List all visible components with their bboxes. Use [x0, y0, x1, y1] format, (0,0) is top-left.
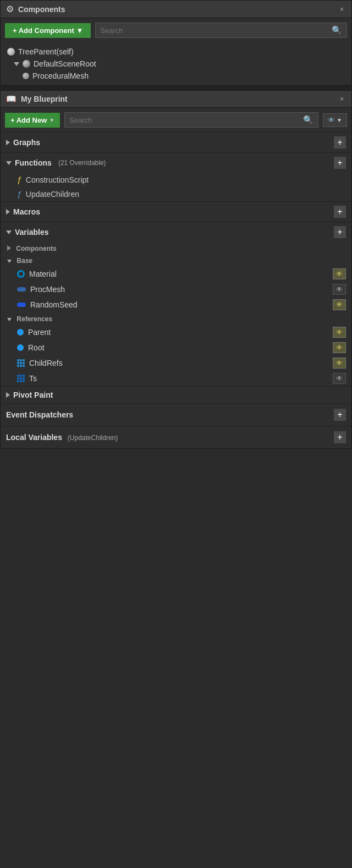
defaultsceneroot-expand-icon [14, 62, 19, 66]
panel-divider [0, 86, 352, 90]
my-blueprint-close-button[interactable]: × [338, 95, 346, 103]
childrefs-type-icon [17, 359, 25, 367]
treeparent-label: TreeParent(self) [18, 47, 74, 56]
graphs-add-button[interactable]: + [334, 136, 346, 149]
treeparent-sphere-icon [7, 48, 15, 56]
components-search-box: 🔍 [95, 23, 347, 38]
ts-label: Ts [29, 374, 37, 383]
var-category-components-label: Components [16, 245, 56, 252]
section-variables[interactable]: Variables + [1, 222, 351, 242]
graphs-label: Graphs [13, 138, 40, 147]
root-label: Root [28, 343, 45, 352]
add-new-label: + Add New [10, 116, 47, 124]
blueprint-eye-button[interactable]: 👁 ▼ [323, 113, 347, 127]
var-item-childrefs[interactable]: ChildRefs 👁 [1, 355, 351, 371]
variables-expand-icon [6, 230, 12, 234]
my-blueprint-panel-header: 📖 My Blueprint × [1, 91, 351, 108]
section-graphs[interactable]: Graphs + [1, 132, 351, 152]
var-category-base-label: Base [16, 257, 32, 265]
blueprint-search-input[interactable] [69, 116, 300, 124]
procmesh-type-icon [17, 287, 26, 292]
add-component-button[interactable]: + Add Component ▼ [5, 23, 91, 38]
section-functions[interactable]: Functions (21 Overridable) + [1, 152, 351, 173]
construction-script-label: ConstructionScript [26, 175, 89, 184]
parent-type-icon [17, 329, 24, 336]
eye-dropdown-arrow: ▼ [337, 117, 342, 123]
macros-add-button[interactable]: + [334, 206, 346, 218]
defaultsceneroot-label: DefaultSceneRoot [34, 59, 96, 68]
root-type-icon [17, 344, 24, 351]
childrefs-visibility-button[interactable]: 👁 [333, 358, 346, 369]
local-variables-add-button[interactable]: + [334, 431, 346, 443]
event-dispatchers-add-button[interactable]: + [334, 409, 346, 421]
variables-label: Variables [15, 228, 49, 237]
defaultsceneroot-sphere-icon [23, 60, 30, 68]
components-tree: TreeParent(self) DefaultSceneRoot Proced… [1, 42, 351, 85]
graphs-expand-icon [6, 140, 10, 145]
blueprint-toolbar: + Add New ▼ 🔍 👁 ▼ [1, 108, 351, 132]
var-item-parent[interactable]: Parent 👁 [1, 325, 351, 340]
construction-script-icon: ƒ [17, 175, 21, 184]
pivot-paint-expand-icon [6, 392, 10, 398]
functions-subtitle: (21 Overridable) [58, 159, 106, 167]
local-variables-label: Local Variables [6, 433, 62, 442]
components-search-input[interactable] [100, 26, 328, 35]
eye-icon: 👁 [328, 116, 335, 124]
parent-label: Parent [28, 328, 51, 337]
section-event-dispatchers[interactable]: Event Dispatchers + [1, 403, 351, 426]
variables-add-button[interactable]: + [334, 226, 346, 238]
update-children-label: UpdateChildren [26, 190, 79, 199]
references-cat-expand-icon [7, 318, 12, 321]
var-category-references: References [1, 312, 351, 325]
components-panel-header: ⚙ Components × [1, 1, 351, 18]
tree-item-proceduralmesh[interactable]: ProceduralMesh [1, 70, 351, 82]
var-category-base: Base [1, 254, 351, 266]
blueprint-search-icon: 🔍 [303, 115, 314, 125]
var-item-procmesh[interactable]: ProcMesh 👁 [1, 282, 351, 297]
var-item-material[interactable]: Material 👁 [1, 266, 351, 282]
functions-label: Functions [15, 158, 52, 167]
update-children-icon: ƒ [17, 190, 21, 199]
section-pivot-paint[interactable]: Pivot Paint [1, 386, 351, 403]
proceduralmesh-label: ProceduralMesh [32, 72, 89, 80]
add-new-dropdown-arrow: ▼ [49, 117, 54, 123]
ts-visibility-button[interactable]: 👁 [333, 373, 346, 384]
procmesh-visibility-button[interactable]: 👁 [333, 284, 346, 295]
functions-add-button[interactable]: + [334, 157, 346, 169]
functions-expand-icon [6, 161, 12, 165]
material-type-icon [17, 270, 25, 278]
childrefs-label: ChildRefs [29, 359, 63, 367]
blueprint-book-icon: 📖 [6, 94, 16, 104]
event-dispatchers-label: Event Dispatchers [6, 410, 73, 419]
my-blueprint-panel: 📖 My Blueprint × + Add New ▼ 🔍 👁 ▼ Graph… [0, 90, 352, 449]
function-construction-script[interactable]: ƒ ConstructionScript [1, 173, 351, 187]
my-blueprint-title: My Blueprint [21, 95, 68, 103]
macros-expand-icon [6, 209, 10, 215]
randomseed-type-icon [17, 303, 26, 307]
components-title: Components [18, 5, 65, 14]
function-update-children[interactable]: ƒ UpdateChildren [1, 187, 351, 201]
macros-label: Macros [13, 207, 40, 216]
var-category-components: Components [1, 242, 351, 254]
add-new-button[interactable]: + Add New ▼ [5, 113, 60, 128]
components-cat-expand-icon [7, 245, 11, 251]
tree-item-treeparent[interactable]: TreeParent(self) [1, 46, 351, 58]
components-close-button[interactable]: × [338, 6, 346, 13]
local-variables-subtitle: (UpdateChildren) [68, 434, 118, 442]
material-label: Material [29, 270, 57, 278]
randomseed-visibility-button[interactable]: 👁 [333, 299, 346, 310]
base-cat-expand-icon [7, 260, 12, 263]
components-toolbar: + Add Component ▼ 🔍 [1, 18, 351, 42]
ts-type-icon [17, 375, 25, 382]
components-header-left: ⚙ Components [6, 4, 65, 14]
material-visibility-button[interactable]: 👁 [333, 268, 346, 279]
var-item-ts[interactable]: Ts 👁 [1, 371, 351, 386]
section-macros[interactable]: Macros + [1, 201, 351, 222]
root-visibility-button[interactable]: 👁 [333, 342, 346, 353]
tree-item-defaultsceneroot[interactable]: DefaultSceneRoot [1, 58, 351, 70]
components-gear-icon: ⚙ [6, 4, 14, 14]
section-local-variables[interactable]: Local Variables (UpdateChildren) + [1, 426, 351, 448]
var-item-randomseed[interactable]: RandomSeed 👁 [1, 297, 351, 312]
var-item-root[interactable]: Root 👁 [1, 340, 351, 355]
parent-visibility-button[interactable]: 👁 [333, 327, 346, 338]
